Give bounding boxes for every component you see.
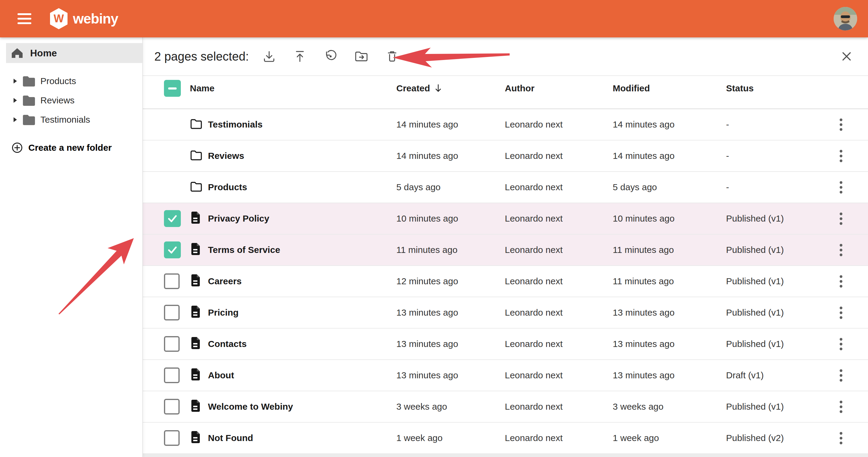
selection-count-label: 2 pages selected: xyxy=(154,50,249,63)
sort-arrow-down-icon xyxy=(434,84,443,93)
sidebar-folder-list: Products Reviews Testimonials xyxy=(0,71,142,129)
row-checkbox[interactable] xyxy=(164,273,180,289)
row-status: Published (v1) xyxy=(726,213,826,224)
row-menu-button[interactable] xyxy=(837,366,845,385)
row-created: 11 minutes ago xyxy=(396,245,505,255)
row-checkbox[interactable] xyxy=(164,305,180,321)
document-icon xyxy=(190,336,201,350)
table-row[interactable]: Careers 12 minutes ago Leonardo next 11 … xyxy=(143,266,868,297)
sidebar-home-label: Home xyxy=(30,48,57,59)
row-menu-button[interactable] xyxy=(837,335,845,353)
hamburger-icon[interactable] xyxy=(18,13,33,24)
download-button[interactable] xyxy=(261,48,277,64)
svg-text:W: W xyxy=(54,12,64,25)
row-name: Welcome to Webiny xyxy=(208,401,396,412)
row-menu-button[interactable] xyxy=(837,210,845,228)
sidebar-item-products[interactable]: Products xyxy=(0,71,142,91)
column-header-name: Name xyxy=(190,83,396,93)
table-header: Name Created Author Modified Status xyxy=(143,76,868,109)
row-author: Leonardo next xyxy=(505,401,613,412)
row-name: About xyxy=(208,370,396,380)
row-author: Leonardo next xyxy=(505,245,613,255)
app-bar: W webiny xyxy=(0,0,868,37)
publish-button[interactable] xyxy=(292,48,308,64)
row-status: - xyxy=(726,182,826,192)
sidebar-folder-label: Reviews xyxy=(40,95,74,105)
row-checkbox[interactable] xyxy=(164,399,180,415)
row-status: Published (v1) xyxy=(726,245,826,255)
webiny-page-manager: W webiny Home xyxy=(0,0,868,457)
row-checkbox[interactable] xyxy=(164,367,180,383)
row-modified: 14 minutes ago xyxy=(613,119,726,130)
row-menu-button[interactable] xyxy=(837,116,845,134)
webiny-logo[interactable]: W webiny xyxy=(49,7,118,30)
row-menu-button[interactable] xyxy=(837,272,845,291)
table-row[interactable]: Testimonials 14 minutes ago Leonardo nex… xyxy=(143,109,868,141)
row-modified: 14 minutes ago xyxy=(613,151,726,161)
create-folder-button[interactable]: Create a new folder xyxy=(11,142,112,153)
folder-icon xyxy=(22,114,36,125)
table-bottom-strip xyxy=(143,454,868,457)
restore-button[interactable] xyxy=(322,48,339,64)
row-menu-button[interactable] xyxy=(837,147,845,165)
table-row[interactable]: Pricing 13 minutes ago Leonardo next 13 … xyxy=(143,297,868,329)
delete-button[interactable] xyxy=(384,48,400,64)
row-author: Leonardo next xyxy=(505,433,613,443)
row-menu-button[interactable] xyxy=(837,178,845,196)
row-status: Published (v2) xyxy=(726,433,826,443)
sidebar-item-home[interactable]: Home xyxy=(6,43,142,63)
sidebar-item-testimonials[interactable]: Testimonials xyxy=(0,110,142,129)
bulk-actions xyxy=(261,48,400,64)
row-author: Leonardo next xyxy=(505,213,613,224)
row-checkbox[interactable] xyxy=(164,430,180,446)
row-status: Published (v1) xyxy=(726,401,826,412)
row-checkbox[interactable] xyxy=(164,210,181,227)
row-name: Pricing xyxy=(208,307,396,318)
row-status: - xyxy=(726,119,826,130)
brand-wordmark: webiny xyxy=(73,10,118,27)
chevron-right-icon[interactable] xyxy=(13,117,18,123)
table-row[interactable]: Welcome to Webiny 3 weeks ago Leonardo n… xyxy=(143,391,868,423)
row-menu-button[interactable] xyxy=(837,304,845,322)
table-row[interactable]: Products 5 days ago Leonardo next 5 days… xyxy=(143,172,868,203)
row-name: Testimonials xyxy=(208,119,396,130)
row-menu-button[interactable] xyxy=(837,241,845,259)
row-author: Leonardo next xyxy=(505,339,613,349)
folder-icon xyxy=(22,76,36,87)
column-header-created[interactable]: Created xyxy=(396,83,505,93)
chevron-right-icon[interactable] xyxy=(13,78,18,84)
table-row[interactable]: About 13 minutes ago Leonardo next 13 mi… xyxy=(143,360,868,391)
close-selection-button[interactable] xyxy=(838,48,855,64)
table-row[interactable]: Contacts 13 minutes ago Leonardo next 13… xyxy=(143,329,868,360)
row-created: 1 week ago xyxy=(396,433,505,443)
row-menu-button[interactable] xyxy=(837,429,845,447)
row-author: Leonardo next xyxy=(505,119,613,130)
checkmark-icon xyxy=(166,212,179,225)
user-avatar[interactable] xyxy=(834,7,857,30)
select-all-checkbox[interactable] xyxy=(164,80,181,97)
table-row[interactable]: Privacy Policy 10 minutes ago Leonardo n… xyxy=(143,203,868,235)
document-icon xyxy=(190,399,201,413)
move-to-folder-button[interactable] xyxy=(353,48,370,64)
row-status: - xyxy=(726,151,826,161)
table-row[interactable]: Reviews 14 minutes ago Leonardo next 14 … xyxy=(143,141,868,172)
sidebar-item-reviews[interactable]: Reviews xyxy=(0,91,142,110)
row-name: Careers xyxy=(208,276,396,286)
home-icon xyxy=(11,47,24,59)
chevron-right-icon[interactable] xyxy=(13,97,18,103)
row-created: 3 weeks ago xyxy=(396,401,505,412)
row-menu-button[interactable] xyxy=(837,398,845,416)
row-name: Privacy Policy xyxy=(208,213,396,224)
row-status: Draft (v1) xyxy=(726,370,826,380)
row-created: 13 minutes ago xyxy=(396,370,505,380)
upload-icon xyxy=(293,49,307,64)
table-row[interactable]: Terms of Service 11 minutes ago Leonardo… xyxy=(143,235,868,266)
row-checkbox[interactable] xyxy=(164,241,181,258)
folder-icon xyxy=(190,181,203,192)
column-header-author: Author xyxy=(505,83,613,93)
row-created: 13 minutes ago xyxy=(396,339,505,349)
row-name: Terms of Service xyxy=(208,245,396,255)
folder-icon xyxy=(190,118,203,129)
row-checkbox[interactable] xyxy=(164,336,180,352)
table-row[interactable]: Not Found 1 week ago Leonardo next 1 wee… xyxy=(143,423,868,454)
